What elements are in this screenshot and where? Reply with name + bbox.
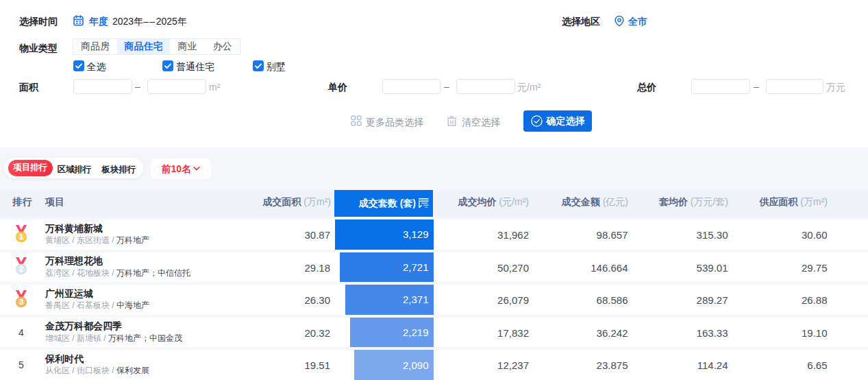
svg-text:3: 3 xyxy=(19,298,23,306)
svg-text:2: 2 xyxy=(19,265,23,273)
svg-text:1: 1 xyxy=(19,233,23,241)
